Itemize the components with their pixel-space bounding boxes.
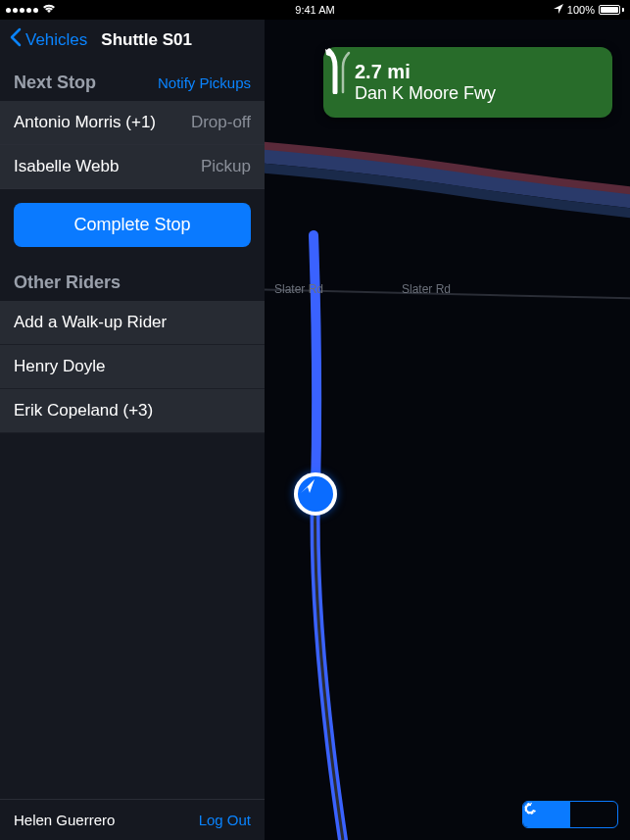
status-time: 9:41 AM xyxy=(295,4,334,16)
rider-tag: Drop-off xyxy=(191,113,251,132)
next-stop-header: Next Stop Notify Pickups xyxy=(0,61,265,101)
svg-line-7 xyxy=(525,813,527,815)
rider-row[interactable]: Antonio Morris (+1) Drop-off xyxy=(0,101,265,145)
row-label: Add a Walk-up Rider xyxy=(14,313,167,332)
section-title: Other Riders xyxy=(14,272,121,293)
logout-button[interactable]: Log Out xyxy=(199,812,251,828)
notify-pickups-button[interactable]: Notify Pickups xyxy=(158,74,251,91)
driver-name: Helen Guerrero xyxy=(14,812,115,828)
wifi-icon xyxy=(42,3,56,17)
rider-row[interactable]: Isabelle Webb Pickup xyxy=(0,145,265,189)
direction-banner[interactable]: 2.7 mi Dan K Moore Fwy xyxy=(323,47,612,118)
page-title: Shuttle S01 xyxy=(101,30,192,50)
svg-line-8 xyxy=(534,804,536,806)
rider-tag: Pickup xyxy=(201,157,251,176)
rider-name: Isabelle Webb xyxy=(14,157,119,176)
complete-stop-button[interactable]: Complete Stop xyxy=(14,203,251,247)
map-roads-icon xyxy=(265,20,630,840)
nav-header: Vehicles Shuttle S01 xyxy=(0,20,265,61)
sidebar-footer: Helen Guerrero Log Out xyxy=(0,799,265,840)
rider-row[interactable]: Erik Copeland (+3) xyxy=(0,389,265,433)
battery-percent: 100% xyxy=(567,4,595,16)
svg-line-5 xyxy=(525,804,527,806)
rider-row[interactable]: Henry Doyle xyxy=(0,345,265,389)
road-label: Slater Rd xyxy=(274,282,323,296)
day-mode-button[interactable] xyxy=(570,802,617,827)
map-view[interactable]: Slater Rd Slater Rd 2.7 mi Dan K Moore F… xyxy=(265,20,630,840)
svg-line-6 xyxy=(534,813,536,815)
signal-indicator xyxy=(6,3,56,17)
battery-icon xyxy=(599,5,624,15)
back-button[interactable]: Vehicles xyxy=(25,30,87,50)
section-title: Next Stop xyxy=(14,73,96,93)
back-chevron-icon[interactable] xyxy=(10,27,22,53)
road-label: Slater Rd xyxy=(402,282,451,296)
svg-point-0 xyxy=(527,806,533,812)
current-location-marker[interactable] xyxy=(294,472,337,516)
sidebar: Vehicles Shuttle S01 Next Stop Notify Pi… xyxy=(0,20,265,840)
location-arrow-icon xyxy=(298,476,317,496)
status-bar: 9:41 AM 100% xyxy=(0,0,630,20)
add-walkup-button[interactable]: Add a Walk-up Rider xyxy=(0,301,265,345)
other-riders-header: Other Riders xyxy=(0,261,265,301)
rider-name: Antonio Morris (+1) xyxy=(14,113,156,132)
day-night-toggle[interactable] xyxy=(522,801,618,828)
rider-name: Erik Copeland (+3) xyxy=(14,401,153,420)
direction-road: Dan K Moore Fwy xyxy=(355,83,496,104)
location-icon xyxy=(554,4,563,16)
rider-name: Henry Doyle xyxy=(14,357,106,376)
direction-distance: 2.7 mi xyxy=(355,61,496,83)
